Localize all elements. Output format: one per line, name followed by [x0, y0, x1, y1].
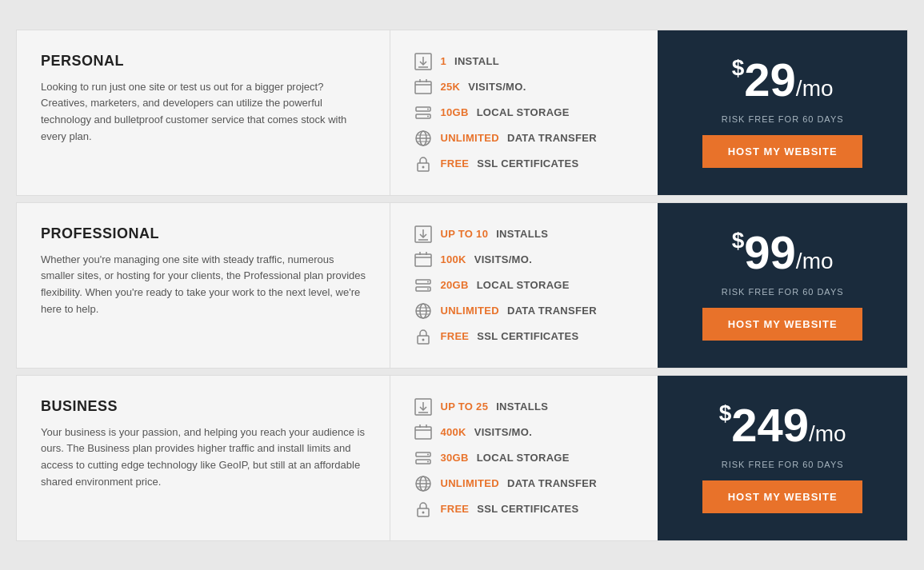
- feature-highlight-business-2: 30GB: [440, 452, 468, 464]
- price-amount-professional: 99: [744, 226, 796, 278]
- feature-item-personal-0: 1 INSTALL: [414, 53, 634, 70]
- feature-item-professional-0: UP TO 10 INSTALLS: [414, 225, 634, 243]
- svg-point-27: [427, 281, 429, 282]
- feature-highlight-business-0: UP TO 25: [440, 401, 488, 413]
- plan-title-personal: PERSONAL: [41, 53, 366, 70]
- plan-row-professional: PROFESSIONALWhether you're managing one …: [16, 202, 908, 369]
- host-button-personal[interactable]: HOST MY WEBSITE: [702, 135, 862, 168]
- plan-row-business: BUSINESSYour business is your passion, a…: [16, 375, 908, 541]
- transfer-icon: [414, 130, 432, 147]
- visits-icon: [414, 78, 432, 96]
- price-display-professional: $99/mo: [732, 229, 834, 276]
- feature-item-business-1: 400K VISITS/MO.: [414, 424, 634, 441]
- feature-rest-professional-0: INSTALLS: [496, 228, 548, 240]
- feature-highlight-professional-3: UNLIMITED: [440, 305, 498, 317]
- transfer-icon: [414, 302, 432, 320]
- feature-rest-professional-2: LOCAL STORAGE: [477, 279, 570, 291]
- feature-highlight-professional-4: FREE: [440, 330, 469, 342]
- host-button-business[interactable]: HOST MY WEBSITE: [702, 480, 862, 513]
- plan-row-personal: PERSONALLooking to run just one site or …: [16, 30, 908, 196]
- install-icon: [414, 398, 432, 416]
- svg-point-10: [427, 115, 429, 117]
- svg-point-46: [427, 460, 429, 462]
- storage-icon: [414, 104, 432, 122]
- price-dollar-personal: $: [732, 55, 745, 80]
- visits-icon: [414, 424, 432, 441]
- feature-item-business-2: 30GB LOCAL STORAGE: [414, 449, 634, 467]
- svg-rect-21: [415, 254, 431, 266]
- plan-description-personal: PERSONALLooking to run just one site or …: [17, 30, 390, 195]
- feature-highlight-professional-0: UP TO 10: [440, 228, 488, 240]
- svg-point-9: [427, 108, 429, 110]
- plan-pricing-personal: $29/moRISK FREE FOR 60 DAYSHOST MY WEBSI…: [658, 30, 907, 195]
- feature-item-professional-1: 100K VISITS/MO.: [414, 251, 634, 269]
- feature-highlight-business-3: UNLIMITED: [440, 477, 498, 489]
- feature-rest-personal-1: VISITS/MO.: [468, 81, 526, 93]
- plan-description-professional: PROFESSIONALWhether you're managing one …: [17, 203, 390, 368]
- price-display-business: $249/mo: [719, 402, 846, 448]
- price-period-professional: /mo: [796, 249, 834, 273]
- ssl-icon: [414, 155, 432, 173]
- plan-text-professional: Whether you're managing one site with st…: [41, 252, 366, 318]
- svg-rect-39: [415, 427, 431, 439]
- install-icon: [414, 53, 432, 70]
- plan-text-business: Your business is your passion, and helpi…: [41, 425, 366, 491]
- ssl-icon: [414, 328, 432, 345]
- feature-highlight-business-1: 400K: [440, 426, 466, 438]
- plan-pricing-professional: $99/moRISK FREE FOR 60 DAYSHOST MY WEBSI…: [658, 203, 907, 368]
- feature-rest-personal-0: INSTALL: [454, 55, 499, 67]
- svg-point-17: [422, 165, 425, 168]
- plan-title-business: BUSINESS: [41, 398, 366, 415]
- feature-item-professional-4: FREE SSL CERTIFICATES: [414, 328, 634, 345]
- price-dollar-business: $: [719, 401, 732, 425]
- feature-rest-personal-4: SSL CERTIFICATES: [477, 157, 578, 169]
- feature-highlight-personal-4: FREE: [440, 157, 469, 169]
- feature-highlight-business-4: FREE: [440, 503, 469, 515]
- feature-item-personal-3: UNLIMITED DATA TRANSFER: [414, 130, 634, 147]
- feature-rest-business-0: INSTALLS: [496, 401, 548, 413]
- plans-container: PERSONALLooking to run just one site or …: [16, 30, 908, 541]
- feature-rest-professional-4: SSL CERTIFICATES: [477, 330, 578, 342]
- price-dollar-professional: $: [732, 228, 745, 253]
- plan-text-personal: Looking to run just one site or test us …: [41, 79, 366, 145]
- feature-item-professional-3: UNLIMITED DATA TRANSFER: [414, 302, 634, 320]
- ssl-icon: [414, 500, 432, 518]
- feature-item-business-3: UNLIMITED DATA TRANSFER: [414, 475, 634, 492]
- install-icon: [414, 225, 432, 243]
- host-button-professional[interactable]: HOST MY WEBSITE: [702, 308, 862, 341]
- svg-rect-3: [415, 82, 431, 94]
- svg-point-53: [422, 511, 425, 513]
- feature-item-professional-2: 20GB LOCAL STORAGE: [414, 277, 634, 294]
- svg-point-45: [427, 453, 429, 455]
- price-subtitle-business: RISK FREE FOR 60 DAYS: [722, 460, 844, 469]
- price-subtitle-personal: RISK FREE FOR 60 DAYS: [722, 114, 844, 124]
- feature-rest-personal-3: DATA TRANSFER: [507, 132, 597, 144]
- price-amount-personal: 29: [744, 54, 796, 106]
- plan-description-business: BUSINESSYour business is your passion, a…: [17, 376, 390, 540]
- feature-rest-business-1: VISITS/MO.: [474, 426, 532, 438]
- plan-features-business: UP TO 25 INSTALLS 400K VISITS/MO. 30GB L…: [390, 376, 658, 540]
- price-period-business: /mo: [809, 421, 846, 446]
- feature-highlight-personal-0: 1: [440, 55, 446, 67]
- svg-point-35: [422, 338, 425, 341]
- transfer-icon: [414, 475, 432, 492]
- feature-highlight-personal-2: 10GB: [440, 106, 468, 118]
- feature-item-business-0: UP TO 25 INSTALLS: [414, 398, 634, 416]
- visits-icon: [414, 251, 432, 269]
- feature-item-personal-2: 10GB LOCAL STORAGE: [414, 104, 634, 122]
- feature-highlight-personal-3: UNLIMITED: [440, 132, 498, 144]
- feature-rest-business-2: LOCAL STORAGE: [477, 452, 570, 464]
- storage-icon: [414, 449, 432, 467]
- price-display-personal: $29/mo: [732, 57, 834, 103]
- feature-rest-professional-1: VISITS/MO.: [474, 253, 532, 265]
- storage-icon: [414, 277, 432, 294]
- feature-highlight-professional-1: 100K: [440, 253, 466, 265]
- price-period-personal: /mo: [796, 76, 834, 101]
- plan-pricing-business: $249/moRISK FREE FOR 60 DAYSHOST MY WEBS…: [658, 376, 907, 540]
- feature-rest-personal-2: LOCAL STORAGE: [477, 106, 570, 118]
- feature-item-personal-4: FREE SSL CERTIFICATES: [414, 155, 634, 173]
- plan-features-professional: UP TO 10 INSTALLS 100K VISITS/MO. 20GB L…: [390, 203, 658, 368]
- feature-highlight-professional-2: 20GB: [440, 279, 468, 291]
- feature-rest-business-3: DATA TRANSFER: [507, 477, 597, 489]
- feature-item-business-4: FREE SSL CERTIFICATES: [414, 500, 634, 518]
